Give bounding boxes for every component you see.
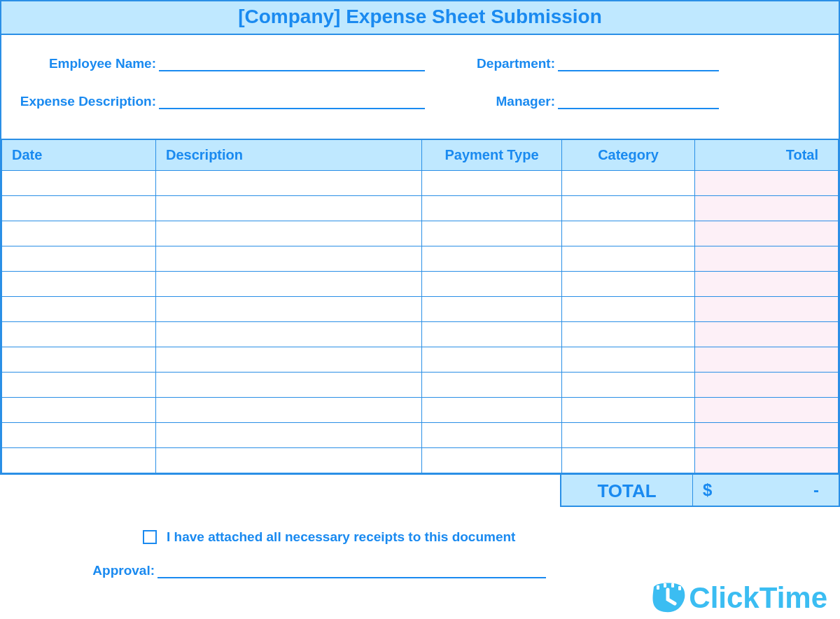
clock-icon [650, 583, 686, 613]
cell-category[interactable] [562, 347, 695, 373]
expense-description-field[interactable] [159, 92, 425, 109]
cell-description[interactable] [156, 272, 422, 297]
cell-date[interactable] [2, 423, 156, 448]
cell-date[interactable] [2, 171, 156, 196]
cell-payment_type[interactable] [422, 322, 562, 347]
grand-total-amount: - [813, 480, 819, 500]
svg-rect-0 [657, 585, 659, 590]
cell-category[interactable] [562, 373, 695, 398]
table-row [2, 246, 839, 272]
cell-total[interactable] [695, 297, 839, 322]
receipts-text: I have attached all necessary receipts t… [167, 529, 515, 545]
cell-payment_type[interactable] [422, 272, 562, 297]
cell-category[interactable] [562, 322, 695, 347]
cell-description[interactable] [156, 246, 422, 272]
cell-total[interactable] [695, 398, 839, 423]
cell-category[interactable] [562, 398, 695, 423]
cell-date[interactable] [2, 322, 156, 347]
cell-category[interactable] [562, 448, 695, 473]
expense-description-label: Expense Description: [1, 94, 159, 109]
brand-logo: ClickTime [650, 581, 827, 615]
cell-total[interactable] [695, 322, 839, 347]
table-row [2, 423, 839, 448]
cell-payment_type[interactable] [422, 171, 562, 196]
grand-total-label: TOTAL [560, 475, 693, 507]
cell-category[interactable] [562, 221, 695, 246]
cell-description[interactable] [156, 373, 422, 398]
cell-description[interactable] [156, 398, 422, 423]
employee-name-field[interactable] [159, 55, 425, 71]
cell-total[interactable] [695, 196, 839, 221]
cell-category[interactable] [562, 423, 695, 448]
receipts-checkbox[interactable] [143, 530, 157, 544]
cell-total[interactable] [695, 246, 839, 272]
cell-description[interactable] [156, 196, 422, 221]
department-label: Department: [467, 56, 558, 71]
cell-date[interactable] [2, 373, 156, 398]
cell-category[interactable] [562, 246, 695, 272]
cell-description[interactable] [156, 347, 422, 373]
credit-line-1: Free use content provided by ClickTime [0, 616, 840, 619]
cell-payment_type[interactable] [422, 221, 562, 246]
cell-total[interactable] [695, 272, 839, 297]
cell-description[interactable] [156, 448, 422, 473]
brand-text: ClickTime [689, 581, 827, 615]
cell-description[interactable] [156, 297, 422, 322]
cell-date[interactable] [2, 196, 156, 221]
cell-total[interactable] [695, 448, 839, 473]
approval-label: Approval: [0, 563, 158, 578]
cell-payment_type[interactable] [422, 196, 562, 221]
table-row [2, 272, 839, 297]
table-row [2, 196, 839, 221]
cell-payment_type[interactable] [422, 448, 562, 473]
cell-payment_type[interactable] [422, 347, 562, 373]
cell-category[interactable] [562, 272, 695, 297]
table-row [2, 221, 839, 246]
grand-total-currency: $ [703, 480, 712, 500]
col-header-total: Total [695, 139, 839, 171]
page-title: [Company] Expense Sheet Submission [1, 1, 839, 35]
svg-rect-1 [664, 583, 666, 587]
cell-date[interactable] [2, 347, 156, 373]
cell-total[interactable] [695, 221, 839, 246]
cell-date[interactable] [2, 448, 156, 473]
cell-payment_type[interactable] [422, 423, 562, 448]
grand-total-row: TOTAL $ - [0, 475, 840, 507]
expense-sheet-page: [Company] Expense Sheet Submission Emplo… [0, 0, 840, 475]
cell-total[interactable] [695, 171, 839, 196]
cell-payment_type[interactable] [422, 398, 562, 423]
table-row [2, 347, 839, 373]
cell-category[interactable] [562, 196, 695, 221]
cell-description[interactable] [156, 221, 422, 246]
svg-rect-3 [678, 586, 681, 590]
manager-label: Manager: [467, 94, 558, 109]
employee-name-label: Employee Name: [1, 56, 159, 71]
table-row [2, 171, 839, 196]
col-header-category: Category [562, 139, 695, 171]
cell-total[interactable] [695, 347, 839, 373]
cell-payment_type[interactable] [422, 297, 562, 322]
col-header-description: Description [156, 139, 422, 171]
header-info: Employee Name: Department: Expense Descr… [1, 35, 839, 139]
cell-date[interactable] [2, 297, 156, 322]
col-header-payment-type: Payment Type [422, 139, 562, 171]
cell-payment_type[interactable] [422, 373, 562, 398]
cell-date[interactable] [2, 221, 156, 246]
cell-payment_type[interactable] [422, 246, 562, 272]
cell-date[interactable] [2, 398, 156, 423]
cell-category[interactable] [562, 171, 695, 196]
approval-field[interactable] [158, 562, 546, 578]
cell-date[interactable] [2, 246, 156, 272]
table-row [2, 373, 839, 398]
cell-description[interactable] [156, 423, 422, 448]
cell-date[interactable] [2, 272, 156, 297]
cell-total[interactable] [695, 423, 839, 448]
cell-description[interactable] [156, 322, 422, 347]
expense-table: Date Description Payment Type Category T… [1, 139, 839, 473]
department-field[interactable] [558, 55, 719, 71]
cell-description[interactable] [156, 171, 422, 196]
cell-category[interactable] [562, 297, 695, 322]
manager-field[interactable] [558, 92, 719, 109]
cell-total[interactable] [695, 373, 839, 398]
col-header-date: Date [2, 139, 156, 171]
